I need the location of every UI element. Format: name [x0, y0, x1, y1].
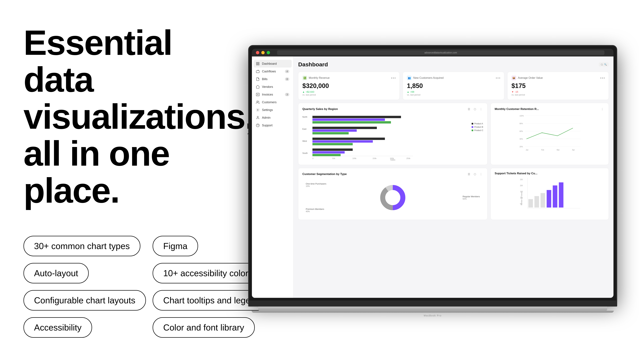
- sidebar-item-customers[interactable]: Customers: [252, 98, 293, 106]
- kpi-menu-customers[interactable]: [496, 78, 500, 78]
- svg-text:250: 250: [520, 179, 523, 180]
- macbook-base: [258, 307, 607, 311]
- svg-text:50k: 50k: [332, 157, 335, 159]
- kpi-label-revenue: Monthly Revenue: [309, 76, 330, 79]
- sidebar-label-cashflows: Cashflows: [262, 70, 276, 73]
- sidebar-label-bills: Bills: [262, 77, 268, 81]
- traffic-light-green[interactable]: [267, 51, 270, 54]
- macbook-inner: advanceddatavisualization.com Dashboard …: [252, 49, 614, 298]
- svg-text:20%: 20%: [520, 146, 523, 148]
- svg-rect-2: [256, 64, 258, 65]
- chart-actions-segmentation: ☰ ⬡ ⋮: [466, 172, 483, 176]
- legend-product-a: Product A: [472, 122, 483, 125]
- svg-rect-4: [256, 70, 259, 73]
- bar-east-a: [312, 127, 377, 129]
- svg-text:Apr: Apr: [572, 149, 575, 151]
- sidebar-label-vendors: Vendors: [262, 85, 273, 89]
- chart-segmentation: Customer Segmentation by Type ☰ ⬡ ⋮: [298, 168, 488, 220]
- more-btn[interactable]: ⋮: [479, 107, 483, 111]
- kpi-change-revenue: ▲+$2,643: [302, 90, 396, 93]
- svg-text:Feb: Feb: [541, 149, 544, 151]
- list-view-btn[interactable]: ☰: [466, 107, 471, 111]
- kpi-value-customers: 1,850: [407, 82, 500, 89]
- kpi-label-order-value: Average Order Value: [518, 76, 543, 79]
- tag-chart-layouts[interactable]: Configurable chart layouts: [24, 290, 146, 311]
- seg-more-btn[interactable]: ⋮: [479, 172, 483, 176]
- support-bar-2: [534, 196, 539, 207]
- tag-auto-layout[interactable]: Auto-layout: [24, 263, 89, 283]
- main-content: Dashboard 🔍: [294, 56, 614, 298]
- chart-title-support: Support Tickets Raised by Cu...: [495, 172, 538, 175]
- settings-icon: [256, 108, 260, 112]
- sidebar-item-cashflows[interactable]: Cashflows 4: [252, 67, 293, 75]
- chart-legend: Product A Product B Produc: [472, 122, 483, 132]
- macbook-label: MacBook Pro: [248, 314, 617, 317]
- region-south: South: [302, 152, 311, 154]
- invoice-icon: [256, 93, 260, 96]
- bar-east-c: [312, 132, 349, 134]
- x-axis-label: Sales: [390, 159, 395, 161]
- traffic-light-yellow[interactable]: [261, 51, 265, 54]
- kpi-menu-revenue[interactable]: [391, 78, 396, 78]
- kpi-row: 💹 Monthly Revenue $320,000 ▲+$2,6: [298, 72, 609, 100]
- sidebar-item-bills[interactable]: Bills 8: [252, 75, 293, 83]
- traffic-light-red[interactable]: [256, 51, 259, 54]
- svg-text:250k: 250k: [406, 157, 410, 159]
- sidebar-item-dashboard[interactable]: Dashboard: [254, 60, 292, 67]
- macbook-chin: [248, 302, 617, 307]
- sidebar-item-invoices[interactable]: Invoices 3: [252, 91, 293, 98]
- tag-figma[interactable]: Figma: [152, 236, 198, 256]
- svg-text:200: 200: [520, 185, 523, 187]
- bills-badge: 8: [285, 77, 289, 81]
- url-bar[interactable]: advanceddatavisualization.com: [277, 50, 604, 55]
- tag-chart-types[interactable]: 30+ common chart types: [24, 236, 140, 256]
- kpi-change-order: ▼-15: [512, 90, 604, 93]
- kpi-value-revenue: $320,000: [302, 82, 396, 89]
- sidebar-item-admin[interactable]: Admin: [252, 114, 293, 121]
- search-bar[interactable]: 🔍: [599, 62, 609, 66]
- right-section: advanceddatavisualization.com Dashboard …: [232, 0, 644, 362]
- hero-title: Essential data visualizations, all in on…: [24, 24, 208, 209]
- seg-share-btn[interactable]: ⬡: [472, 172, 477, 176]
- kpi-subtext-revenue: vs. last period: [302, 93, 396, 96]
- svg-point-10: [257, 116, 258, 117]
- bar-west-a: [312, 138, 385, 140]
- retention-more-btn[interactable]: ⋮: [600, 107, 604, 111]
- page-title: Dashboard: [298, 61, 328, 68]
- left-section: Essential data visualizations, all in on…: [0, 0, 232, 362]
- macbook-screen: advanceddatavisualization.com Dashboard …: [248, 45, 617, 302]
- chart-actions-retention: ⋮: [600, 107, 604, 111]
- region-west: West: [302, 140, 311, 142]
- svg-text:150k: 150k: [372, 157, 376, 159]
- sidebar-item-support[interactable]: Support: [252, 121, 293, 129]
- kpi-label-customers: New Customers Acquired: [413, 76, 444, 79]
- svg-text:Mar: Mar: [556, 149, 560, 151]
- sidebar-item-settings[interactable]: Settings: [252, 106, 293, 114]
- legend-product-c: Product C: [472, 129, 483, 132]
- invoices-badge: 3: [285, 93, 289, 96]
- seg-list-btn[interactable]: ☰: [466, 172, 471, 176]
- svg-line-14: [602, 65, 603, 65]
- customer-icon: [256, 100, 260, 104]
- kpi-menu-order[interactable]: [600, 78, 604, 78]
- sidebar-item-vendors[interactable]: Vendors: [252, 83, 293, 91]
- legend-product-b: Product B: [472, 126, 483, 128]
- vendor-icon: [256, 85, 260, 89]
- support-bar-1: [528, 199, 533, 207]
- segment-label-onetime: One-time Purchasers 10%: [306, 183, 326, 187]
- bar-south-c: [312, 154, 340, 156]
- segment-label-premium: Premium Members 40%: [306, 208, 324, 213]
- kpi-card-customers: 👥 New Customers Acquired 1,850 ▲+: [403, 72, 504, 100]
- svg-text:40%: 40%: [520, 138, 523, 140]
- tag-accessibility[interactable]: Accessibility: [24, 317, 92, 338]
- order-icon: 📦: [512, 76, 516, 80]
- chart-actions-quarterly: ☰ ⬡ ⋮: [466, 107, 483, 111]
- bar-north-b: [312, 118, 385, 121]
- share-btn[interactable]: ⬡: [472, 107, 477, 111]
- bill-icon: [256, 77, 260, 81]
- kpi-subtext-customers: vs. last period: [407, 93, 500, 96]
- cashflows-badge: 4: [285, 70, 289, 73]
- svg-text:Jan: Jan: [526, 149, 528, 151]
- grid-icon: [256, 62, 260, 65]
- app-container: Dashboard Cashflows 4 Bills 8: [252, 56, 614, 298]
